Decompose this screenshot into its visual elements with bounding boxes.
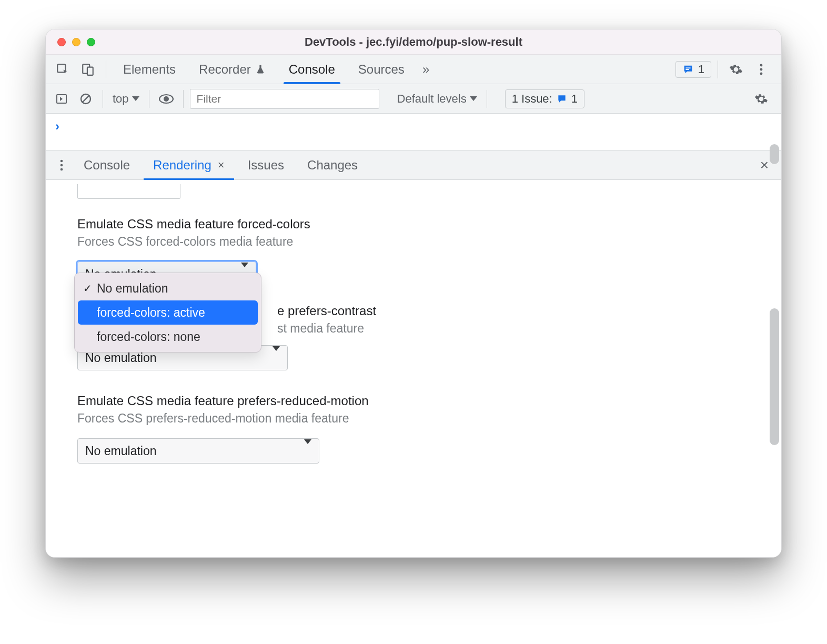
- previous-select-partial[interactable]: [77, 184, 180, 199]
- option-label: forced-colors: active: [97, 306, 205, 320]
- dropdown-option-no-emulation[interactable]: ✓ No emulation: [78, 276, 258, 300]
- drawer-tab-rendering[interactable]: Rendering ×: [142, 150, 236, 180]
- context-label: top: [113, 92, 129, 106]
- execution-context-select[interactable]: top: [109, 92, 143, 106]
- svg-point-13: [60, 159, 63, 162]
- toolbar-divider: [106, 61, 106, 78]
- close-icon: ×: [760, 157, 769, 173]
- close-window-button[interactable]: [57, 38, 66, 46]
- svg-point-7: [760, 72, 763, 75]
- svg-point-5: [760, 64, 763, 66]
- tab-recorder[interactable]: Recorder: [188, 55, 276, 84]
- toolbar-divider: [487, 90, 487, 108]
- tab-label: Console: [289, 62, 335, 77]
- console-settings-button[interactable]: [750, 88, 773, 109]
- console-prompt-area[interactable]: ›: [46, 114, 781, 150]
- close-tab-icon[interactable]: ×: [218, 158, 225, 172]
- prompt-chevron-icon: ›: [55, 119, 59, 134]
- tab-label: Recorder: [199, 62, 251, 77]
- svg-rect-4: [685, 69, 689, 70]
- tab-label: Rendering: [153, 158, 211, 173]
- chevron-down-icon: [132, 96, 139, 101]
- select-value: No emulation: [85, 351, 157, 365]
- dropdown-option-forced-colors-none[interactable]: forced-colors: none: [78, 325, 258, 349]
- setting-description: Forces CSS prefers-reduced-motion media …: [77, 411, 750, 426]
- svg-rect-3: [685, 67, 690, 68]
- window-titlebar: DevTools - jec.fyi/demo/pup-slow-result: [46, 29, 781, 55]
- devtools-toolbar: Elements Recorder Console Sources »: [46, 55, 781, 84]
- tab-elements[interactable]: Elements: [113, 55, 186, 84]
- tab-label: Changes: [307, 158, 358, 173]
- setting-prefers-reduced-motion: Emulate CSS media feature prefers-reduce…: [77, 394, 750, 464]
- settings-button[interactable]: [724, 59, 748, 80]
- levels-label: Default levels: [397, 92, 467, 106]
- forced-colors-dropdown: ✓ No emulation forced-colors: active for…: [74, 273, 261, 353]
- more-glyph: »: [422, 62, 429, 77]
- svg-rect-2: [87, 67, 93, 75]
- inspect-element-icon[interactable]: [51, 59, 74, 80]
- toggle-sidebar-icon[interactable]: [51, 88, 72, 109]
- setting-description: Forces CSS forced-colors media feature: [77, 235, 750, 249]
- chevron-down-icon: [470, 96, 477, 101]
- svg-point-6: [760, 68, 763, 71]
- minimize-window-button[interactable]: [72, 38, 80, 46]
- svg-line-10: [82, 95, 89, 103]
- issues-indicator[interactable]: 1: [675, 61, 711, 78]
- tab-label: Elements: [123, 62, 176, 77]
- traffic-lights: [57, 38, 95, 46]
- chat-icon: [682, 64, 694, 75]
- option-label: No emulation: [97, 281, 168, 296]
- option-label: forced-colors: none: [97, 330, 200, 344]
- check-icon: ✓: [83, 282, 92, 295]
- drawer-more-button[interactable]: [51, 159, 72, 172]
- tab-label: Console: [84, 158, 130, 173]
- issues-count: 1: [571, 92, 578, 106]
- toggle-device-toolbar-icon[interactable]: [76, 59, 99, 80]
- console-filter-input[interactable]: [190, 89, 379, 109]
- drawer-tab-issues[interactable]: Issues: [236, 150, 296, 180]
- console-toolbar: top Default levels 1 Issue: 1: [46, 84, 781, 114]
- rendering-panel: Emulate CSS media feature forced-colors …: [46, 180, 781, 557]
- svg-point-12: [164, 96, 169, 102]
- svg-point-14: [60, 164, 63, 166]
- tab-sources[interactable]: Sources: [348, 55, 415, 84]
- setting-title: Emulate CSS media feature forced-colors: [77, 217, 750, 232]
- svg-point-15: [60, 168, 63, 170]
- console-issues-pill[interactable]: 1 Issue: 1: [505, 89, 584, 108]
- log-levels-select[interactable]: Default levels: [394, 92, 480, 106]
- more-tabs-button[interactable]: »: [417, 55, 435, 84]
- toolbar-divider: [718, 61, 718, 78]
- drawer-tabstrip: Console Rendering × Issues Changes ×: [46, 150, 781, 180]
- toolbar-divider: [149, 90, 149, 108]
- zoom-window-button[interactable]: [87, 38, 95, 46]
- tab-console[interactable]: Console: [278, 55, 346, 84]
- devtools-window: DevTools - jec.fyi/demo/pup-slow-result …: [45, 29, 782, 558]
- chat-icon: [557, 94, 567, 104]
- prefers-reduced-motion-select[interactable]: No emulation: [77, 438, 319, 464]
- chevron-down-icon: [273, 351, 280, 365]
- chevron-down-icon: [304, 444, 311, 458]
- toolbar-divider: [183, 90, 184, 108]
- drawer-tab-changes[interactable]: Changes: [296, 150, 369, 180]
- live-expression-icon[interactable]: [156, 88, 177, 109]
- issue-count: 1: [698, 63, 704, 76]
- tab-label: Sources: [358, 62, 405, 77]
- scrollbar-thumb[interactable]: [770, 144, 779, 164]
- tab-label: Issues: [248, 158, 284, 173]
- scrollbar-thumb[interactable]: [770, 308, 779, 445]
- setting-title: Emulate CSS media feature prefers-reduce…: [77, 394, 750, 408]
- clear-console-icon[interactable]: [75, 88, 96, 109]
- drawer-tab-console[interactable]: Console: [72, 150, 142, 180]
- scrollbar[interactable]: [770, 144, 780, 549]
- more-options-button[interactable]: [750, 59, 773, 80]
- toolbar-divider: [103, 90, 103, 108]
- select-value: No emulation: [85, 444, 157, 458]
- dropdown-option-forced-colors-active[interactable]: forced-colors: active: [78, 300, 258, 325]
- issues-label: 1 Issue:: [512, 92, 552, 106]
- window-title: DevTools - jec.fyi/demo/pup-slow-result: [46, 35, 781, 49]
- flask-icon: [255, 64, 266, 75]
